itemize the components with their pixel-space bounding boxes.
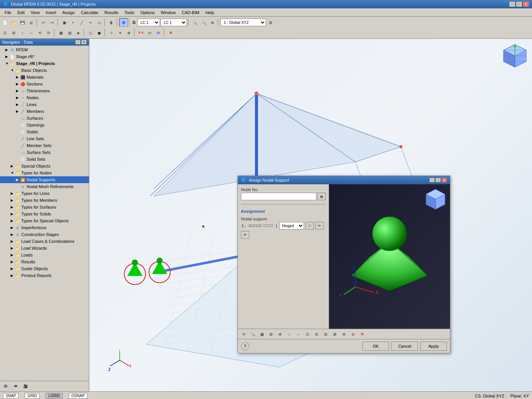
tb2-4[interactable]: ↔ [27, 28, 35, 37]
menu-help[interactable]: Help [203, 10, 217, 16]
dlg-tb-render6[interactable]: ⊠ [331, 330, 339, 338]
menu-window[interactable]: Window [158, 10, 179, 16]
tb2-3[interactable]: ↕ [18, 28, 27, 37]
nav-results[interactable]: ▶ 📁 Results [0, 258, 89, 265]
tb-zoom-in[interactable]: 🔍 [191, 18, 199, 27]
tb-delete[interactable]: 🗑 [107, 18, 116, 27]
tb-open[interactable]: 📂 [10, 18, 18, 27]
tb-zoom-all[interactable]: ⊕ [208, 18, 217, 27]
menu-assign[interactable]: Assign [59, 10, 78, 16]
tb-redo[interactable]: ↪ [48, 18, 56, 27]
lc-dropdown2[interactable]: LC 1 [160, 19, 187, 26]
nav-solids[interactable]: ⬜ Solids [0, 128, 89, 135]
dlg-tb-view3[interactable]: ⊕ [276, 330, 284, 338]
nav-bottom-btn2[interactable]: 💻 [11, 382, 20, 391]
status-grid[interactable]: GRID [25, 393, 40, 399]
tb-member[interactable]: ═ [86, 18, 95, 27]
tb2-view2[interactable]: ▤ [65, 28, 74, 37]
dlg-tb-render2[interactable]: ↔ [294, 330, 302, 338]
nav-line-sets[interactable]: ╱ Line Sets [0, 135, 89, 142]
cancel-button[interactable]: Cancel [391, 342, 418, 351]
nav-close-btn[interactable]: ✕ [81, 40, 87, 44]
nav-imperfections[interactable]: ▶ ⊞ Imperfections [0, 224, 89, 231]
tb2-view1[interactable]: ▦ [57, 28, 65, 37]
nav-stage-proj[interactable]: ▼ 📁 Stage_rf6 | Projects [0, 60, 89, 67]
hinged-select[interactable]: Hinged Fixed Custom [279, 222, 304, 230]
node-no-input[interactable] [241, 193, 317, 200]
tb2-snap3[interactable]: ⊕ [125, 28, 133, 37]
nav-construction-stages[interactable]: ▶ ⊟ Construction Stages [0, 231, 89, 238]
tb2-reset[interactable]: ✕ [166, 28, 175, 37]
tb2-2[interactable]: ⊞ [10, 28, 18, 37]
dlg-tb-zoom[interactable]: 🔍 [249, 330, 257, 338]
dlg-tb-view1[interactable]: ▦ [258, 330, 266, 338]
tb2-1[interactable]: ⊡ [1, 28, 9, 37]
nav-materials[interactable]: ▶ ⬛ Materials [0, 74, 89, 81]
dlg-tb-render3[interactable]: ⊡ [303, 330, 312, 338]
node-no-select-btn[interactable]: ⊕ [317, 193, 326, 200]
menu-calculate[interactable]: Calculate [78, 10, 101, 16]
nav-minimize-btn[interactable]: ─ [75, 40, 81, 44]
dlg-tb-rotate[interactable]: ⟲ [239, 330, 248, 338]
nav-load-cases[interactable]: ▶ 📁 Load Cases & Combinations [0, 238, 89, 245]
nav-types-solids[interactable]: ▶ 📁 Types for Solids [0, 211, 89, 217]
tb2-render1[interactable]: ◻ [86, 28, 95, 37]
dlg-tb-render7[interactable]: ⊕ [340, 330, 348, 338]
nav-solid-sets[interactable]: ⬜ Solid Sets [0, 156, 89, 163]
dlg-tb-render4[interactable]: ⊟ [312, 330, 321, 338]
tb2-view3[interactable]: ◈ [74, 28, 82, 37]
tb-select[interactable]: ▣ [60, 18, 68, 27]
nav-thicknesses[interactable]: ▶ ▭ Thicknesses [0, 87, 89, 94]
dlg-tb-render1[interactable]: ↕ [285, 330, 293, 338]
menu-results[interactable]: Results [101, 10, 122, 16]
menu-tools[interactable]: Tools [121, 10, 137, 16]
nav-stage-star[interactable]: ▶ 📄 Stage.rf6* [0, 53, 89, 60]
nav-guide-objects[interactable]: ▶ 📁 Guide Objects [0, 265, 89, 272]
status-osnap[interactable]: OSNAP [69, 393, 87, 399]
tb2-snap2[interactable]: ✦ [116, 28, 124, 37]
menu-cad-bim[interactable]: CAD-BIM [179, 10, 202, 16]
menu-edit[interactable]: Edit [14, 10, 28, 16]
support-delete-btn[interactable]: ✕ [241, 231, 249, 239]
dialog-close-btn[interactable]: ✕ [442, 178, 447, 182]
nav-openings[interactable]: ⬜ Openings [0, 122, 89, 128]
nav-load-wizards[interactable]: ▶ 📁 Load Wizards [0, 245, 89, 252]
minimize-btn[interactable]: ─ [509, 2, 515, 7]
support-edit-btn[interactable]: ✏ [315, 222, 324, 230]
dialog-maximize-btn[interactable]: □ [435, 178, 441, 182]
nav-types-surfaces[interactable]: ▶ 📁 Types for Surfaces [0, 204, 89, 211]
dialog-minimize-btn[interactable]: ─ [429, 178, 435, 182]
tb-display-options[interactable]: ⊞ [266, 18, 275, 27]
nav-sections[interactable]: ▶ 🔴 Sections [0, 81, 89, 87]
tb2-render2[interactable]: ◼ [95, 28, 103, 37]
dialog-help-btn[interactable]: ? [241, 342, 249, 350]
nav-bottom-btn1[interactable]: 👁 [2, 382, 10, 391]
canvas-area[interactable]: X Y Z [89, 39, 532, 391]
nav-bottom-btn3[interactable]: 🎥 [21, 382, 30, 391]
nav-nodes[interactable]: ▶ • Nodes [0, 94, 89, 101]
lc-dropdown1[interactable]: LC 1 [137, 19, 160, 26]
dlg-tb-render5[interactable]: ⊞ [321, 330, 330, 338]
nav-nodal-mesh[interactable]: ⊕ Nodal Mesh Refinements [0, 183, 89, 190]
ok-button[interactable]: OK [363, 342, 389, 351]
tb-active-support[interactable]: 🔷 [119, 18, 128, 27]
maximize-btn[interactable]: □ [516, 2, 522, 7]
nav-surface-sets[interactable]: ▭ Surface Sets [0, 149, 89, 156]
tb2-5[interactable]: ⟲ [36, 28, 44, 37]
tb-undo[interactable]: ↩ [39, 18, 48, 27]
coord-system-dropdown[interactable]: 1 - Global XYZ [220, 19, 266, 26]
tb-save[interactable]: 💾 [18, 18, 27, 27]
nav-types-members[interactable]: ▶ 📁 Types for Members [0, 197, 89, 204]
menu-insert[interactable]: Insert [43, 10, 59, 16]
nav-loads[interactable]: ▶ 📁 Loads [0, 252, 89, 258]
tb-print[interactable]: 🖨 [27, 18, 35, 27]
nav-printout[interactable]: ▶ 📁 Printout Reports [0, 272, 89, 279]
tb-line[interactable]: ╱ [78, 18, 86, 27]
tb-node[interactable]: • [69, 18, 77, 27]
nav-special-objects[interactable]: ▶ 📁 Special Objects [0, 163, 89, 169]
tb2-z[interactable]: zz [154, 28, 163, 37]
nav-nodal-supports[interactable]: ▶ 🔼 Nodal Supports [0, 176, 89, 183]
tb2-snap1[interactable]: ⊹ [107, 28, 116, 37]
close-btn[interactable]: ✕ [523, 2, 529, 7]
nav-member-sets[interactable]: ╱ Member Sets [0, 142, 89, 149]
